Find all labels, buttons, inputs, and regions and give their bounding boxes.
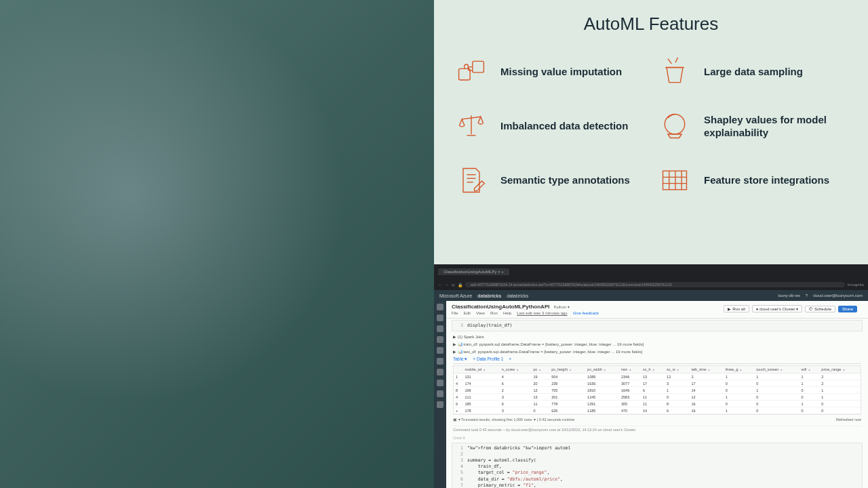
code-cell-3[interactable]: 3display(train_df) [452,320,863,331]
table-footer: ▣ ▾ Truncated results, showing first 1,0… [453,416,861,423]
table-row: 91856117781291305118160010 [454,401,861,407]
feature-label: Feature store integrations [704,174,829,187]
sidebar-icon[interactable] [437,401,443,408]
user-label[interactable]: cloud.user@loonycorn.com [813,293,863,298]
sidebar-icon[interactable] [437,304,443,310]
nav-reload-icon[interactable]: ⟳ [452,283,455,287]
df-meta-train[interactable]: ▶ 📊 train_df: pyspark.sql.dataframe.Data… [453,342,861,346]
sidebar-icon[interactable] [437,336,443,343]
svg-point-5 [665,115,684,134]
df-meta-test[interactable]: ▶ 📊 test_df: pyspark.sql.dataframe.DataF… [453,349,861,354]
column-header[interactable] [454,366,462,373]
command-status: Command took 0.42 seconds -- by cloud.us… [453,426,861,433]
features-section: AutoML Features Missing value imputation… [434,0,868,264]
product-label: databricks [477,293,501,298]
spark-jobs[interactable]: ▶ (1) Spark Jobs [453,334,861,339]
feature-label: Large data sampling [704,65,803,79]
share-button[interactable]: Share [838,306,857,312]
feature-semantic: Semantic type annotations [454,163,644,197]
data-table: mobile_wt ▲n_cores ▲pc ▲px_height ▲px_wi… [453,365,861,415]
schedule-button[interactable]: ⏱ Schedule [805,306,835,312]
cmd4-label: Cmd 4 [453,436,861,440]
photo-panel [0,0,434,488]
sidebar-icon[interactable] [437,347,443,354]
language-selector[interactable]: Python ▾ [553,304,569,309]
table-row: +178306261185470146161000 [454,407,861,414]
last-edit: Last edit was 3 minutes ago [517,311,567,315]
table-row: 417462023916363077173170012 [454,380,861,387]
scales-icon [454,109,488,143]
column-header[interactable]: touch_screen ▲ [754,366,799,373]
output-tabs: Table ▾ + Data Profile 1 + [453,357,861,364]
feature-label: Semantic type annotations [500,174,630,187]
address-bar: ← → ⟳ 🔒 adb-4077761568876154.14.azuredat… [434,279,868,290]
help-icon[interactable]: ? [806,293,808,298]
refreshed-label: Refreshed now [836,418,861,422]
brand-label: Microsoft Azure [439,293,472,298]
features-title: AutoML Features [454,14,848,35]
doc-edit-icon [454,163,488,197]
notebook-section: ClassificationUsingAutoMLPy × + ← → ⟳ 🔒 … [434,264,868,488]
column-header[interactable]: price_range ▲ [819,366,861,373]
truncated-label[interactable]: ▣ ▾ Truncated results, showing first 1,0… [453,418,574,422]
crystal-ball-icon [658,109,692,143]
svg-rect-9 [663,171,687,190]
sidebar-icon[interactable] [437,358,443,365]
feature-imbalanced: Imbalanced data detection [454,109,644,143]
feature-label: Missing value imputation [500,65,622,79]
sidebar-icon[interactable] [437,314,443,321]
bucket-icon [658,55,692,89]
column-header[interactable]: px_width ▲ [585,366,619,373]
features-grid: Missing value imputation Large data samp… [454,55,848,197]
puzzle-icon [454,55,488,89]
sidebar-icon[interactable] [437,390,443,397]
browser-tab-bar: ClassificationUsingAutoMLPy × + [434,264,868,279]
feature-store: Feature store integrations [658,163,848,197]
nav-fwd-icon[interactable]: → [445,283,449,287]
notebook-title[interactable]: ClassificationUsingAutoMLPythonAPI [452,304,549,310]
column-header[interactable]: sc_w ▲ [665,366,689,373]
tab-profile[interactable]: + Data Profile 1 [473,357,503,362]
nav-back-icon[interactable]: ← [438,283,442,287]
url-field[interactable]: adb-4077761568876154.14.azuredatabricks.… [465,282,845,287]
left-sidebar [434,301,446,488]
feature-label: Imbalanced data detection [500,119,628,133]
tab-table[interactable]: Table ▾ [453,357,467,362]
table-row: 113141950410892346131221112 [454,373,861,380]
lock-icon: 🔒 [458,283,462,287]
code-cell-4[interactable]: 1"kw">from databricks "kw">import automl… [452,443,863,488]
tab-add[interactable]: + [509,357,511,362]
column-header[interactable]: n_cores ▲ [500,366,532,373]
svg-rect-1 [473,61,484,73]
column-header[interactable]: mobile_wt ▲ [462,366,499,373]
workspace-label[interactable]: loony-db-ws [778,293,800,298]
sidebar-icon[interactable] [437,369,443,375]
notebook-header: ClassificationUsingAutoMLPythonAPI Pytho… [446,301,868,319]
feature-missing-value: Missing value imputation [454,55,644,89]
feature-shapley: Shapley values for model explainability [658,109,848,143]
column-header[interactable]: wifi ▲ [800,366,820,373]
column-header[interactable]: pc ▲ [531,366,549,373]
feature-large-data: Large data sampling [658,55,848,89]
table-row: 411131320112452583110121001 [454,394,861,401]
column-header[interactable]: px_height ▲ [549,366,585,373]
incognito-badge: Incognito [848,283,864,287]
menu-file[interactable]: File [452,311,458,315]
sidebar-icon[interactable] [437,380,443,386]
cluster-selector[interactable]: ● cloud user's Cluster ▾ [752,305,802,312]
column-header[interactable]: talk_time ▲ [690,366,724,373]
table-grid-icon [658,163,692,197]
column-header[interactable]: three_g ▲ [724,366,754,373]
menu-view[interactable]: View [476,311,485,315]
run-all-button[interactable]: ▶ Run all [724,305,749,312]
column-header[interactable]: sc_h ▲ [641,366,665,373]
browser-tab[interactable]: ClassificationUsingAutoMLPy × + [438,268,509,275]
table-row: 81992127051810164961140101 [454,387,861,394]
app-header: Microsoft Azure databricks databricks lo… [434,290,868,301]
column-header[interactable]: ram ▲ [619,366,641,373]
menu-edit[interactable]: Edit [464,311,471,315]
feedback-link[interactable]: Give feedback [573,311,599,315]
menu-help[interactable]: Help [503,311,511,315]
menu-run[interactable]: Run [490,311,498,315]
sidebar-icon[interactable] [437,325,443,332]
